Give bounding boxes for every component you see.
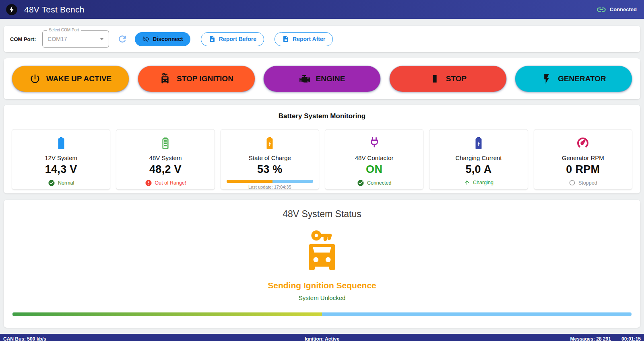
uptime-timer: 00:01:15 [621,336,641,341]
card-12v-system: 12V System 14,3 V Normal [12,129,110,190]
battery-level-icon [158,136,173,151]
car-key-icon [299,228,345,277]
connection-label: Connected [610,6,637,12]
card-48v-system: 48V System 48,2 V Out of Range! [116,129,215,190]
circle-outline-icon [569,179,576,186]
wake-up-active-button[interactable]: WAKE UP ACTIVE [12,66,129,92]
sequence-progress-bar [12,312,632,316]
app-bar: 48V Test Bench Connected [0,0,644,19]
engine-icon [299,73,310,84]
soc-last-update: Last update: 17:04:35 [221,185,319,189]
engine-button[interactable]: ENGINE [264,66,380,92]
report-after-label: Report After [293,36,325,42]
monitoring-title: Battery System Monitoring [12,112,632,120]
lightning-logo-icon [6,4,18,16]
connection-status: Connected [596,4,638,15]
flash-icon [541,73,552,84]
sequence-progress-fill [12,312,322,316]
com-port-label: COM Port: [10,36,36,42]
card-status-label: Charging [473,180,493,185]
com-port-select[interactable]: Select COM Port COM17 [42,30,109,48]
com-port-selected-value: COM17 [47,36,67,42]
card-value: 5,0 A [429,163,527,176]
card-title: 12V System [12,154,110,161]
card-status-label: Normal [58,180,74,186]
messages-count: Messages: 28 291 [570,336,611,341]
arrow-up-icon [464,179,470,186]
generator-button[interactable]: GENERATOR [515,66,632,92]
card-value: 0 RPM [534,163,632,176]
system-status-submessage: System Unlocked [4,294,640,301]
card-value: 48,2 V [116,163,214,176]
error-circle-icon [145,179,152,187]
stop-ignition-button[interactable]: STOP IGNITION [138,66,255,92]
disconnect-label: Disconnect [153,36,183,42]
app-title: 48V Test Bench [24,5,85,14]
battery-bolt-icon [471,136,486,151]
card-title: State of Charge [221,154,319,161]
battery-charging-icon [262,136,277,151]
power-icon [29,73,41,84]
can-bus-status: CAN Bus: 500 kb/s [3,336,216,341]
action-label: WAKE UP ACTIVE [46,74,112,83]
card-status-label: Out of Range! [155,180,186,186]
disconnect-button[interactable]: Disconnect [135,32,190,46]
system-status-panel: 48V System Status Sending Ignition Seque… [4,200,640,328]
report-document-icon [208,35,216,43]
card-value: 14,3 V [12,163,110,176]
action-buttons-panel: WAKE UP ACTIVE STOP IGNITION ENGINE [4,58,640,99]
status-bar: CAN Bus: 500 kb/s Ignition: Active Messa… [0,334,644,341]
stop-button[interactable]: STOP [390,66,506,92]
action-label: ENGINE [316,74,345,83]
action-label: STOP [446,74,466,83]
system-status-message: Sending Ignition Sequence [4,281,640,290]
com-port-select-label: Select COM Port [47,28,81,32]
card-value: ON [325,163,423,176]
report-before-button[interactable]: Report Before [201,32,264,46]
card-title: Charging Current [429,154,527,161]
card-title: Generator RPM [534,154,632,161]
power-plug-icon [367,136,382,151]
card-status-label: Stopped [578,180,597,186]
report-after-button[interactable]: Report After [275,32,333,46]
chevron-down-icon [100,38,104,40]
card-status-label: Connected [367,180,391,186]
link-icon [596,4,607,15]
battery-icon [54,136,68,151]
action-label: GENERATOR [558,74,606,83]
link-off-icon [142,35,149,43]
car-key-icon [159,72,171,85]
report-document-icon [282,35,289,43]
card-state-of-charge: State of Charge 53 % Last update: 17:04:… [221,129,319,190]
action-label: STOP IGNITION [177,74,233,83]
monitoring-cards: 12V System 14,3 V Normal [12,129,632,190]
card-title: 48V System [116,154,214,161]
report-before-label: Report Before [219,36,256,42]
check-circle-icon [48,179,55,187]
card-title: 48V Contactor [325,154,423,161]
gauge-icon [576,136,590,151]
stop-icon [429,73,440,84]
card-48v-contactor: 48V Contactor ON Connected [325,129,423,190]
system-status-title: 48V System Status [4,209,640,220]
soc-progress-bar [227,180,313,183]
card-generator-rpm: Generator RPM 0 RPM Stopped [534,129,632,190]
ignition-status: Ignition: Active [216,336,428,341]
card-charging-current: Charging Current 5,0 A Charging [429,129,528,190]
card-value: 53 % [221,163,319,176]
soc-progress-fill [227,180,272,183]
refresh-icon[interactable] [117,34,128,44]
check-circle-icon [357,179,364,187]
connection-toolbar: COM Port: Select COM Port COM17 Disconne… [4,26,640,52]
battery-monitoring-panel: Battery System Monitoring 12V System 14,… [4,105,640,193]
